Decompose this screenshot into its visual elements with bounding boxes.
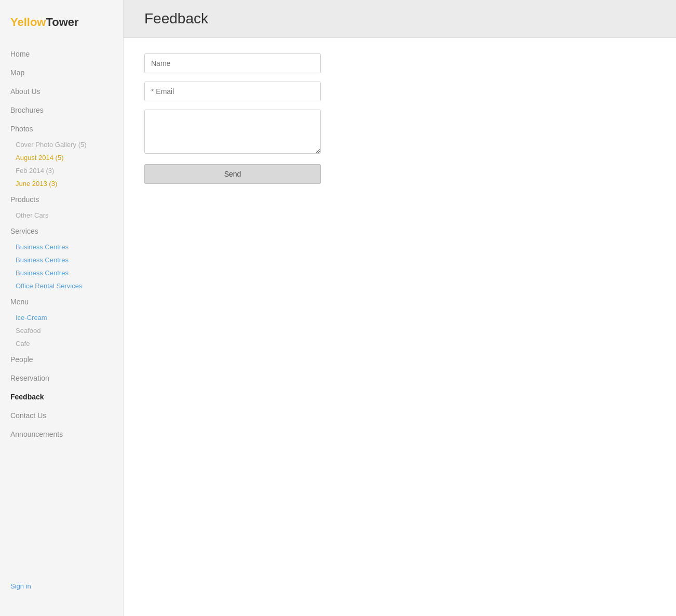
sidebar-item-services[interactable]: Services (0, 222, 123, 240)
sidebar-sub-business-1[interactable]: Business Centres (0, 240, 123, 253)
sign-in-link[interactable]: Sign in (0, 577, 123, 595)
logo-area: YellowTower (0, 10, 123, 45)
sidebar-sub-other-cars[interactable]: Other Cars (0, 209, 123, 222)
logo-dark: Tower (46, 16, 78, 29)
sidebar-sub-ice-cream[interactable]: Ice-Cream (0, 311, 123, 324)
name-group (144, 53, 655, 73)
sidebar-sub-august-2014[interactable]: August 2014 (5) (0, 151, 123, 164)
sidebar-sub-office-rental[interactable]: Office Rental Services (0, 279, 123, 292)
sidebar-item-map[interactable]: Map (0, 63, 123, 82)
page-header: Feedback (124, 0, 676, 38)
sidebar-item-about-us[interactable]: About Us (0, 82, 123, 101)
sidebar-item-products[interactable]: Products (0, 190, 123, 209)
logo: YellowTower (10, 16, 113, 29)
sidebar-sub-feb-2014[interactable]: Feb 2014 (3) (0, 164, 123, 177)
content-area: Send (124, 38, 676, 616)
sidebar-sub-business-3[interactable]: Business Centres (0, 266, 123, 279)
sidebar-item-brochures[interactable]: Brochures (0, 101, 123, 119)
sidebar-item-menu[interactable]: Menu (0, 292, 123, 311)
email-group (144, 82, 655, 101)
sidebar-item-reservation[interactable]: Reservation (0, 369, 123, 387)
sidebar-sub-seafood[interactable]: Seafood (0, 324, 123, 337)
sidebar-item-announcements[interactable]: Announcements (0, 425, 123, 444)
nav-section: Home Map About Us Brochures Photos Cover… (0, 45, 123, 444)
main-content: Feedback Send (124, 0, 676, 616)
sidebar-item-feedback[interactable]: Feedback (0, 387, 123, 406)
name-input[interactable] (144, 53, 321, 73)
page-title: Feedback (144, 10, 655, 27)
sidebar-sub-cover-photo[interactable]: Cover Photo Gallery (5) (0, 138, 123, 151)
sidebar-sub-june-2013[interactable]: June 2013 (3) (0, 177, 123, 190)
sidebar-item-people[interactable]: People (0, 350, 123, 369)
logo-yellow: Yellow (10, 16, 46, 29)
sidebar-sub-cafe[interactable]: Cafe (0, 337, 123, 350)
sidebar-item-contact-us[interactable]: Contact Us (0, 406, 123, 425)
send-group: Send (144, 164, 655, 184)
sidebar-sub-business-2[interactable]: Business Centres (0, 253, 123, 266)
sidebar: YellowTower Home Map About Us Brochures … (0, 0, 124, 616)
message-textarea[interactable] (144, 110, 321, 154)
sidebar-item-photos[interactable]: Photos (0, 119, 123, 138)
message-group (144, 110, 655, 156)
sidebar-item-home[interactable]: Home (0, 45, 123, 63)
email-input[interactable] (144, 82, 321, 101)
send-button[interactable]: Send (144, 164, 321, 184)
sidebar-bottom: Sign in (0, 444, 123, 606)
